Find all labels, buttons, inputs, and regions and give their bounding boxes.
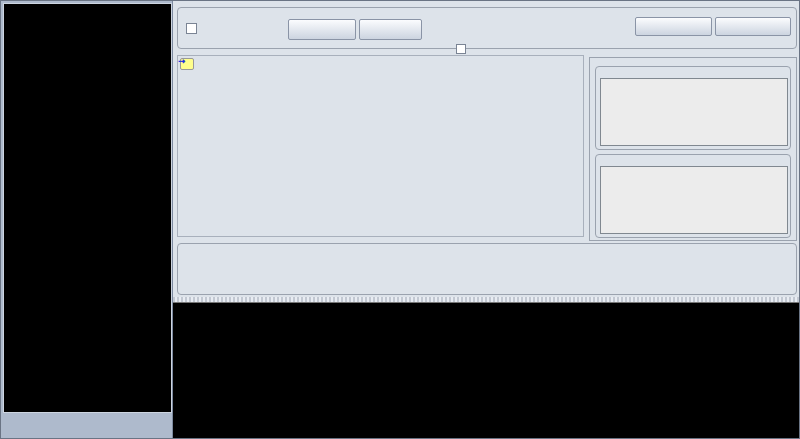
burn-button[interactable] xyxy=(359,19,422,40)
gauges-svg xyxy=(4,4,169,410)
cell-cursor-icon: ⇢ xyxy=(178,56,186,66)
realtime-log-graph xyxy=(173,302,800,439)
gauge-display-area xyxy=(3,3,172,413)
cell-weighting-heatmap xyxy=(600,78,788,146)
send-button[interactable] xyxy=(288,19,356,40)
ve-table-panel: ⇢ xyxy=(177,55,584,237)
gauge-cluster-panel xyxy=(1,1,173,439)
update-controller-checkbox[interactable] xyxy=(186,23,197,34)
veanalyze-stats-groupbox xyxy=(177,243,797,295)
status-tab-content xyxy=(589,57,797,241)
control-panel-groupbox xyxy=(177,7,797,49)
stop-auto-tune-button[interactable] xyxy=(715,17,791,36)
app-window: ⇢ xyxy=(0,0,800,439)
correcting-table-button[interactable] xyxy=(635,17,712,36)
3d-view-checkbox[interactable] xyxy=(456,44,466,54)
log-traces-svg xyxy=(173,303,800,439)
cell-change-groupbox xyxy=(595,154,791,238)
cell-weighting-groupbox xyxy=(595,66,791,150)
cell-change-heatmap xyxy=(600,166,788,234)
gauge-panel-tabs xyxy=(3,412,171,438)
